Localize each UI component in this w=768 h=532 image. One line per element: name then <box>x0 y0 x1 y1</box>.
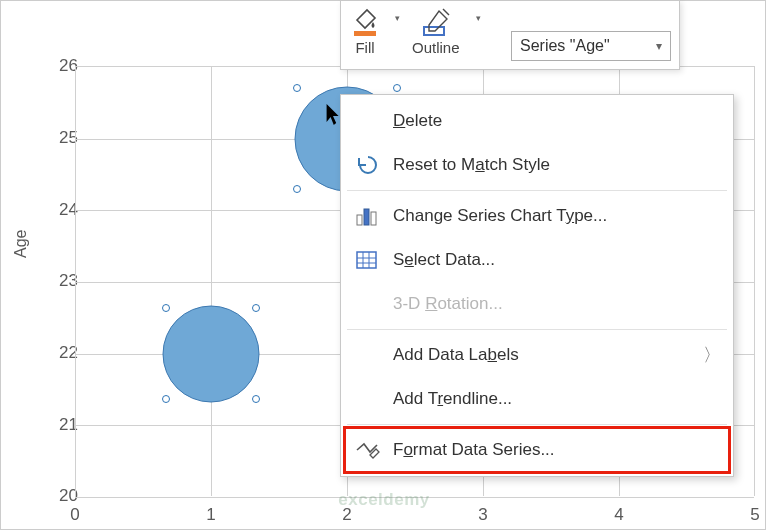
pen-outline-icon <box>421 7 451 37</box>
y-axis-label: Age <box>12 230 30 258</box>
context-menu: Delete Reset to Match Style Change Serie… <box>340 94 734 477</box>
menu-select-data-label: Select Data... <box>393 250 721 270</box>
selection-handle[interactable] <box>162 304 170 312</box>
selection-handle[interactable] <box>252 304 260 312</box>
submenu-arrow-icon: 〉 <box>703 343 721 367</box>
svg-rect-3 <box>364 209 369 225</box>
outline-dropdown-icon[interactable]: ▾ <box>476 13 481 23</box>
menu-reset-label: Reset to Match Style <box>393 155 721 175</box>
x-tick-4: 4 <box>614 505 623 525</box>
selection-handle[interactable] <box>162 395 170 403</box>
selection-handle[interactable] <box>293 185 301 193</box>
x-tick-2: 2 <box>342 505 351 525</box>
svg-rect-4 <box>371 212 376 225</box>
x-tick-5: 5 <box>750 505 759 525</box>
menu-reset-match-style[interactable]: Reset to Match Style <box>341 143 733 187</box>
x-tick-0: 0 <box>70 505 79 525</box>
outline-label: Outline <box>412 39 460 56</box>
svg-rect-5 <box>357 252 376 268</box>
fill-dropdown-icon[interactable]: ▾ <box>395 13 400 23</box>
menu-delete-label: Delete <box>393 111 721 131</box>
mini-toolbar: Fill ▾ Outline ▾ Series "Age" ▾ <box>340 0 680 70</box>
menu-3d-rotation: 3-D Rotation... <box>341 282 733 326</box>
menu-3d-rotation-label: 3-D Rotation... <box>393 294 721 314</box>
selection-handle[interactable] <box>293 84 301 92</box>
outline-button[interactable]: Outline <box>412 5 460 56</box>
fill-button[interactable]: Fill <box>351 5 379 56</box>
menu-format-series-label: Format Data Series... <box>393 440 721 460</box>
x-tick-1: 1 <box>206 505 215 525</box>
menu-add-trendline[interactable]: Add Trendline... <box>341 377 733 421</box>
menu-format-data-series[interactable]: Format Data Series... <box>341 428 733 472</box>
menu-add-trendline-label: Add Trendline... <box>393 389 721 409</box>
menu-add-data-labels[interactable]: Add Data Labels 〉 <box>341 333 733 377</box>
menu-add-labels-label: Add Data Labels <box>393 345 703 365</box>
x-tick-3: 3 <box>478 505 487 525</box>
menu-change-chart-type[interactable]: Change Series Chart Type... <box>341 194 733 238</box>
series-selector[interactable]: Series "Age" ▾ <box>511 31 671 61</box>
reset-icon <box>347 149 387 181</box>
format-series-icon <box>347 434 387 466</box>
chart-type-icon <box>347 200 387 232</box>
series-selector-value: Series "Age" <box>520 37 610 55</box>
select-data-icon <box>347 244 387 276</box>
bubble-point-1[interactable] <box>163 305 260 402</box>
menu-select-data[interactable]: Select Data... <box>341 238 733 282</box>
svg-rect-0 <box>354 31 376 36</box>
menu-change-type-label: Change Series Chart Type... <box>393 206 721 226</box>
selection-handle[interactable] <box>393 84 401 92</box>
chevron-down-icon: ▾ <box>656 39 662 53</box>
fill-label: Fill <box>355 39 374 56</box>
paint-bucket-icon <box>351 7 379 37</box>
selection-handle[interactable] <box>252 395 260 403</box>
menu-delete[interactable]: Delete <box>341 99 733 143</box>
svg-rect-2 <box>357 215 362 225</box>
